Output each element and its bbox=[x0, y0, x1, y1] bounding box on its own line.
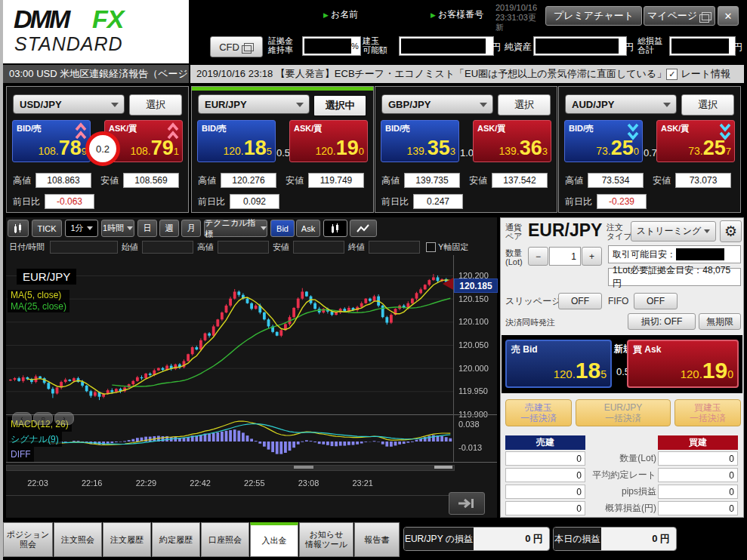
pair-select-dropdown[interactable]: EUR/JPY bbox=[198, 94, 310, 114]
rate-info-checkbox[interactable]: ✓ bbox=[666, 69, 678, 80]
expiry-toggle[interactable]: 無期限 bbox=[699, 313, 741, 330]
quantity-label: 数量(Lot) bbox=[505, 248, 523, 266]
tab-reports[interactable]: 報告書 bbox=[354, 522, 400, 557]
select-button[interactable]: 選択 bbox=[129, 94, 182, 115]
price-chart-canvas[interactable] bbox=[6, 255, 497, 518]
order-type-label: 注文タイプ bbox=[607, 223, 632, 241]
chevron-down-icon bbox=[704, 229, 710, 233]
timeframe-1hour-button[interactable]: 1時間 bbox=[101, 220, 134, 237]
high-value: 73.534 bbox=[588, 173, 644, 188]
net-asset-field bbox=[533, 36, 627, 56]
buy-price: 120.190 bbox=[681, 358, 733, 383]
close-all-sell-button[interactable]: 売建玉一括決済 bbox=[505, 399, 572, 426]
select-button[interactable]: 選択 bbox=[498, 94, 551, 115]
pair-select-dropdown[interactable]: AUD/JPY bbox=[565, 94, 677, 114]
close-all-buy-button[interactable]: 買建玉一括決済 bbox=[674, 399, 741, 426]
scrollbar-thumb[interactable] bbox=[294, 466, 313, 469]
current-price-arrow-icon bbox=[443, 278, 453, 290]
quantity-input[interactable]: 1 bbox=[549, 247, 581, 266]
bid-mode-button[interactable]: Bid bbox=[270, 220, 295, 237]
selected-indicator bbox=[192, 87, 373, 91]
row-label: 数量(Lot) bbox=[587, 451, 656, 466]
tab-position-inquiry[interactable]: ポジション照会 bbox=[3, 522, 53, 557]
close-all-pair-button[interactable]: EUR/JPY一括決済 bbox=[576, 399, 671, 426]
high-label: 高値 bbox=[381, 174, 400, 187]
select-button[interactable]: 選択中 bbox=[313, 94, 367, 117]
tab-deposit-withdrawal[interactable]: 入出金 bbox=[250, 522, 298, 557]
technical-indicator-button[interactable]: テクニカル指標 bbox=[204, 220, 267, 237]
timeframe-week-button[interactable]: 週 bbox=[159, 220, 179, 237]
daily-pl-value: 0 円 bbox=[601, 528, 676, 550]
ask-button[interactable]: ASK/買 139.363 bbox=[473, 120, 551, 162]
gear-icon: ⚙ bbox=[724, 223, 737, 240]
dmm-fx-trading-window: DMM FX STANDARD ▶ お名前 ▶ お客様番号 2019/10/16… bbox=[0, 0, 747, 560]
settings-button[interactable]: ⚙ bbox=[720, 220, 742, 242]
quantity-minus-button[interactable]: − bbox=[528, 247, 548, 266]
ask-button[interactable]: ASK/買 120.190 bbox=[289, 120, 368, 162]
ask-button[interactable]: ASK/買 73.257 bbox=[656, 120, 735, 162]
bid-button[interactable]: BID/売 120.185 bbox=[197, 120, 276, 162]
logo-dmm-text: DMM bbox=[14, 5, 68, 34]
scrollbar-thumb[interactable] bbox=[434, 466, 452, 469]
order-type-dropdown[interactable]: ストリーミング bbox=[631, 221, 716, 242]
chart-zoom-controls[interactable]: ‹ ○ › bbox=[12, 412, 76, 425]
cfd-label: CFD bbox=[219, 42, 239, 53]
tab-news-tools[interactable]: お知らせ情報ツール bbox=[299, 522, 353, 557]
news-ticker[interactable]: 2019/10/16 23:18 【要人発言】ECBチーフ・エコノミスト「EU圏… bbox=[190, 65, 744, 83]
bid-price: 139.353 bbox=[406, 137, 455, 160]
candle-chart-button[interactable] bbox=[323, 220, 347, 237]
chart-type-icon-button[interactable] bbox=[8, 220, 29, 237]
open-position-field bbox=[399, 36, 494, 56]
bid-button[interactable]: BID/売 139.353 bbox=[381, 120, 459, 162]
bid-button[interactable]: BID/売 73.250 bbox=[564, 120, 643, 162]
buy-est-pl-value: 0 bbox=[658, 501, 738, 515]
tick-button[interactable]: TICK bbox=[32, 220, 62, 237]
stop-loss-toggle[interactable]: 損切: OFF bbox=[628, 313, 696, 330]
green-arrow-icon: ▶ bbox=[431, 11, 436, 19]
quantity-plus-button[interactable]: + bbox=[582, 247, 602, 266]
bid-label: BID/売 bbox=[569, 123, 594, 134]
fifo-toggle[interactable]: OFF bbox=[634, 293, 678, 309]
select-button[interactable]: 選択 bbox=[681, 94, 734, 115]
arrow-to-end-icon bbox=[458, 498, 476, 509]
pair-select-dropdown[interactable]: GBP/JPY bbox=[381, 94, 493, 114]
diff-legend-label: DIFF bbox=[8, 447, 34, 462]
mypage-button[interactable]: マイページ bbox=[644, 6, 715, 26]
bid-button[interactable]: BID/売 108.789 bbox=[12, 120, 91, 162]
chevron-down-icon bbox=[261, 226, 267, 230]
current-price-tag: 120.185 bbox=[455, 279, 497, 292]
tab-order-inquiry[interactable]: 注文照会 bbox=[54, 522, 102, 557]
spread-value-highlighted: 0.2 bbox=[96, 143, 110, 155]
chart-scrollbar[interactable] bbox=[6, 465, 455, 471]
timeframe-day-button[interactable]: 日 bbox=[137, 220, 157, 237]
cfd-button[interactable]: CFD bbox=[210, 36, 263, 57]
line-chart-button[interactable] bbox=[350, 220, 377, 237]
premium-chart-button[interactable]: プレミアチャート bbox=[545, 6, 642, 26]
rate-panel-eurjpy: EUR/JPY 選択中 BID/売 120.185 0.5 ASK/買 120.… bbox=[191, 86, 374, 213]
y-axis-lock-checkbox[interactable] bbox=[426, 242, 436, 252]
zoom-button[interactable]: ○ bbox=[33, 412, 53, 425]
close-button[interactable]: ✕ bbox=[718, 6, 739, 26]
change-label: 前日比 bbox=[13, 195, 40, 208]
low-value: 108.569 bbox=[123, 173, 179, 188]
pan-left-button[interactable]: ‹ bbox=[12, 412, 32, 425]
tab-execution-history[interactable]: 約定履歴 bbox=[152, 522, 200, 557]
ask-mode-button[interactable]: Ask bbox=[296, 220, 320, 237]
timeframe-1min-button[interactable]: 1分 bbox=[65, 220, 98, 237]
yen-unit: 円 bbox=[625, 41, 634, 54]
pan-right-button[interactable]: › bbox=[54, 412, 74, 425]
redacted-net-asset bbox=[536, 38, 619, 54]
news-ticker-left[interactable]: 03:00 USD 米地区連銀経済報告（ベージ bbox=[3, 65, 189, 83]
buy-ask-button[interactable]: 買 Ask 120.190 bbox=[627, 340, 739, 388]
rate-panel-audjpy: AUD/JPY 選択 BID/売 73.250 0.7 ASK/買 73.257… bbox=[558, 86, 741, 213]
rate-info-toggle[interactable]: ✓ レート情報 bbox=[666, 67, 730, 81]
pair-select-dropdown[interactable]: USD/JPY bbox=[13, 94, 125, 114]
chevron-down-icon bbox=[296, 103, 304, 107]
premium-chart-label: プレミアチャート bbox=[554, 9, 634, 23]
tab-account-inquiry[interactable]: 口座照会 bbox=[201, 522, 249, 557]
sell-bid-button[interactable]: 売 Bid 120.185 bbox=[505, 340, 612, 388]
jump-to-latest-button[interactable] bbox=[449, 492, 485, 515]
slippage-toggle[interactable]: OFF bbox=[558, 293, 602, 309]
timeframe-month-button[interactable]: 月 bbox=[181, 220, 201, 237]
tab-order-history[interactable]: 注文履歴 bbox=[103, 522, 151, 557]
